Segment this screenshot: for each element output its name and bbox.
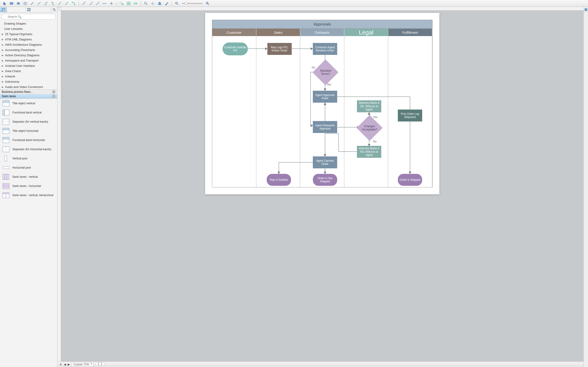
shape-item[interactable]: Swim lanes - vertical, hierarchical [0,191,57,200]
node-agent-approves[interactable]: Agent Approves Order [313,91,337,103]
zoom-out-icon[interactable] [174,1,180,6]
lane-header[interactable]: Fulfillment [388,29,432,36]
group-1-icon[interactable] [118,1,125,6]
line-tool-icon[interactable] [29,1,35,6]
shape-item[interactable]: Swim lanes - vertical [0,172,57,181]
stamp-tool-icon[interactable] [157,1,163,6]
shape-list[interactable]: Title object verticalFunctional band ver… [0,99,57,367]
rect-tool-icon[interactable] [8,1,15,6]
diagram-title[interactable]: Approvals [212,20,432,29]
library-item[interactable]: ▶Android User Interface [0,63,57,68]
lane-header[interactable]: Customer [212,29,256,36]
toolbar-separator [172,1,172,6]
node-attorney-no[interactable]: Attorney Marks it NO, Returns to Agent [357,146,381,158]
shape-item[interactable]: Swim lanes - horizontal [0,181,57,191]
library-item[interactable]: ▶AWS Architecture Diagrams [0,42,57,47]
zoom-slider[interactable] [182,3,203,4]
node-shipped[interactable]: Order is Shipped [398,174,422,186]
close-icon[interactable]: × [52,90,55,93]
stencil-tab[interactable]: Business process flowc...× [0,90,57,94]
shape-item[interactable]: Separator (for vertical bands) [0,117,57,126]
pan-tool-icon[interactable] [149,1,156,6]
right-panel-strip [583,7,588,367]
svg-rect-55 [6,194,9,198]
pause-icon[interactable]: ⏸ [59,363,62,366]
stencil-tab[interactable]: Swim lanes× [0,94,57,99]
svg-rect-7 [51,2,52,2]
shape-item[interactable]: Title object vertical [0,99,57,108]
canvas-area[interactable]: Approvals CustomerSalesContractsLegalFul… [58,7,583,367]
library-tab-icon[interactable] [0,7,7,12]
library-item[interactable]: User Libraries [0,26,57,32]
arrow-line-4-icon[interactable] [101,1,108,6]
library-item[interactable]: ▶Artwork [0,74,57,79]
group-3-icon[interactable] [132,1,139,6]
shape-item[interactable]: Functional band vertical [0,108,57,117]
shape-item[interactable]: Separator (for horizontal bands) [0,145,57,154]
zoom-select[interactable]: Custom 72% [72,362,93,367]
search-input[interactable] [1,14,56,19]
library-item[interactable]: ▶ATM UML Diagrams [0,37,57,42]
node-agent-requests[interactable]: Agent Requests Approval [313,121,337,133]
connector-5-icon[interactable] [63,1,70,6]
library-item[interactable]: ▶Astronomy [0,79,57,84]
label-yes: Yes [373,116,378,119]
svg-rect-19 [134,2,135,4]
node-pick-order[interactable]: Pick Order Log Shipment [398,109,422,122]
node-not-shipped[interactable]: Order is Not Shipped [313,174,337,186]
text-tool-icon[interactable] [22,1,28,6]
shape-item[interactable]: Vertical pool [0,154,57,163]
group-2-icon[interactable] [125,1,132,6]
library-item[interactable]: ▶Audio and Video Connectors [0,84,57,90]
shape-item[interactable]: Title object horizontal [0,126,57,135]
inspector-toggle-icon[interactable] [584,7,588,12]
arrow-line-2-icon[interactable] [88,1,94,6]
node-agent-cancels[interactable]: Agent Cancels Order [313,156,337,168]
ellipse-tool-icon[interactable] [15,1,22,6]
library-item[interactable]: ▶Area Charts [0,68,57,74]
next-page-icon[interactable]: ▶ [68,363,70,366]
library-item[interactable]: ▶Accounting Flowcharts [0,47,57,53]
svg-rect-58 [102,362,105,366]
node-rep-notified[interactable]: Rep is Notified [267,174,291,186]
library-tree[interactable]: Drawing ShapesUser Libraries▶25 Typical … [0,21,57,90]
shape-label: Vertical pool [12,157,27,160]
page-layout-icon[interactable] [95,362,105,366]
arrow-line-3-icon[interactable] [94,1,101,6]
rapid-draw-icon[interactable] [70,1,77,6]
pointer-tool-icon[interactable] [1,1,8,6]
shape-item[interactable]: Functional band horizontal [0,135,57,145]
svg-point-32 [53,8,55,10]
lane-header[interactable]: Legal [344,29,389,36]
shape-item[interactable]: Horizontal pool [0,163,57,172]
arrow-line-5-icon[interactable] [108,1,115,6]
zoom-in-icon[interactable] [204,1,211,6]
arrow-line-1-icon[interactable] [81,1,87,6]
chevron-right-icon: ▶ [2,49,4,51]
connector-3-icon[interactable] [50,1,56,6]
node-rep-logs[interactable]: Rep Logs PO, Enters Order [267,43,292,55]
connector-2-icon[interactable] [43,1,49,6]
node-customer-submits[interactable]: Customer submits PO [223,42,248,55]
connector-1-icon[interactable] [36,1,42,6]
svg-rect-15 [120,2,122,3]
page[interactable]: Approvals CustomerSalesContractsLegalFul… [205,13,439,194]
node-attorney-ok[interactable]: Attorney Marks it OK, Returns to Agent [357,100,381,112]
library-item[interactable]: ▶Active Directory Diagrams [0,53,57,58]
node-contracts-review[interactable]: Contracts Agent Reviews Order [313,43,337,55]
swimlane-diagram[interactable]: Approvals CustomerSalesContractsLegalFul… [212,20,432,187]
library-item[interactable]: Drawing Shapes [0,21,57,26]
connector-4-icon[interactable] [57,1,63,6]
shape-thumbnail-icon [2,192,10,199]
close-icon[interactable]: × [52,95,55,98]
eyedropper-tool-icon[interactable] [163,1,170,6]
zoom-tool-icon[interactable] [143,1,149,6]
library-item[interactable]: ▶25 Typical Orgcharts [0,32,57,37]
prev-page-icon[interactable]: ◀ [64,363,66,366]
lane-header[interactable]: Sales [256,29,300,36]
library-item[interactable]: ▶Aerospace and Transport [0,58,57,63]
lane-header[interactable]: Contracts [300,29,344,36]
shape-thumbnail-icon [2,128,10,134]
grid-view-icon[interactable] [26,7,32,12]
search-tab-icon[interactable] [51,7,57,12]
